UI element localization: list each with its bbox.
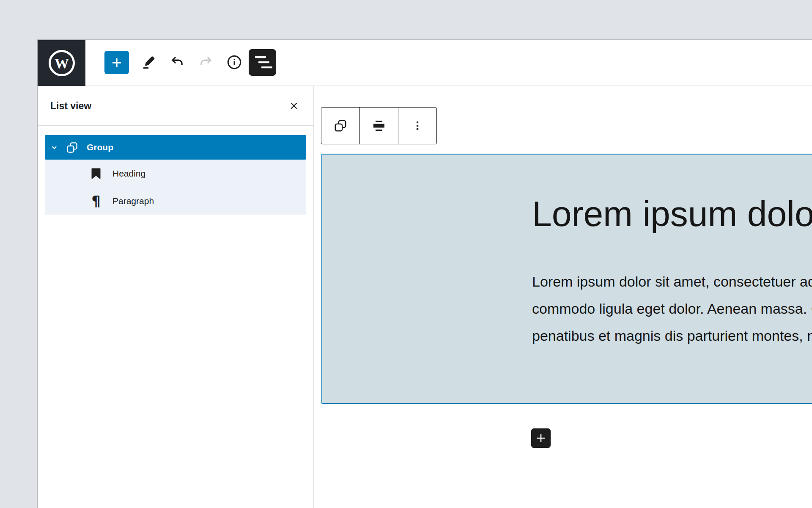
selected-group-block[interactable]: Lorem ipsum dolor sit amet Lorem ipsum d… [321,154,812,404]
add-block-button[interactable] [104,51,129,74]
group-icon [66,141,78,154]
change-alignment-button[interactable] [360,108,398,144]
close-panel-button[interactable] [285,97,303,115]
tree-row-group[interactable]: Group [45,135,306,160]
redo-button[interactable] [197,53,215,72]
heading-bookmark-icon [90,168,102,179]
edit-mode-button[interactable] [140,53,159,72]
tree-row-label: Heading [112,168,145,179]
tree-row-label: Paragraph [112,196,154,206]
block-tree: Group Heading ¶ Paragraph [38,126,313,215]
top-toolbar: W [38,40,812,86]
svg-text:W: W [55,55,69,71]
editor-canvas[interactable]: Lorem ipsum dolor sit amet Lorem ipsum d… [314,86,812,508]
details-button[interactable] [225,53,244,72]
transform-group-button[interactable] [321,108,360,144]
heading-block[interactable]: Lorem ipsum dolor sit amet [532,193,812,235]
plus-icon [110,56,123,69]
redo-arrow-icon [198,54,214,70]
list-view-panel: List view [38,86,314,508]
align-none-icon [371,119,387,133]
pilcrow-icon: ¶ [90,194,102,208]
undo-button[interactable] [168,53,187,72]
undo-arrow-icon [169,54,185,70]
wordpress-menu-button[interactable]: W [38,40,85,86]
block-options-button[interactable] [398,108,436,144]
paragraph-line: penatibus et magnis dis parturient monte… [532,322,812,349]
tree-row-heading[interactable]: Heading [45,160,306,187]
plus-icon [535,433,546,444]
paragraph-line: Lorem ipsum dolor sit amet, consectetuer… [532,268,812,295]
panel-title: List view [50,100,91,111]
block-appender-button[interactable] [531,428,551,448]
tree-row-paragraph[interactable]: ¶ Paragraph [45,187,306,215]
group-icon [334,119,347,133]
editor-window: W [37,39,812,508]
paragraph-block[interactable]: Lorem ipsum dolor sit amet, consectetuer… [532,268,812,349]
close-icon [289,101,299,111]
group-children: Heading ¶ Paragraph [45,160,306,215]
pencil-icon [141,54,157,70]
more-vertical-icon [410,119,425,133]
list-view-icon [249,49,276,76]
paragraph-line: commodo ligula eget dolor. Aenean massa.… [532,295,812,322]
tree-row-label: Group [87,142,113,152]
list-view-panel-header: List view [38,86,313,126]
list-view-toggle-button[interactable] [249,49,276,76]
info-icon [226,54,242,70]
wordpress-logo-icon: W [48,49,76,77]
chevron-down-icon[interactable] [51,144,58,151]
block-toolbar [321,107,437,144]
